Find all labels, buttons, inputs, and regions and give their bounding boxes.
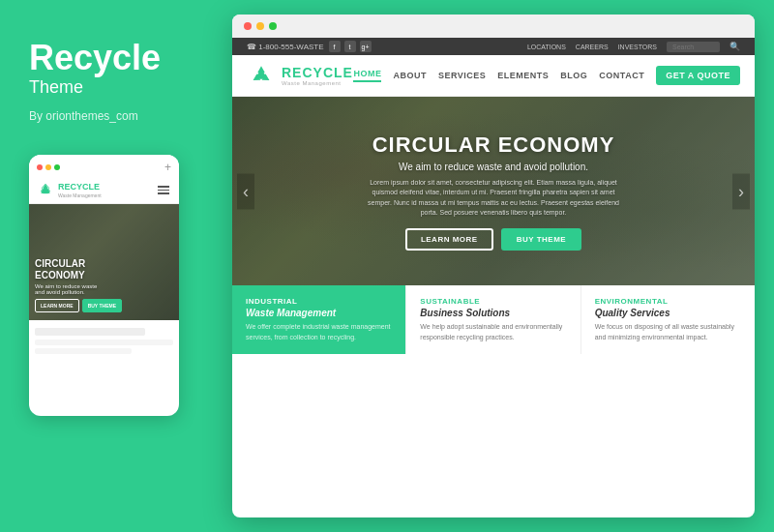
google-plus-icon[interactable]: g+ — [360, 41, 372, 52]
card-2-title: Business Solutions — [420, 308, 566, 318]
card-1-title: Waste Management — [246, 308, 392, 318]
hero-next-arrow[interactable]: › — [732, 173, 750, 209]
site-cards: INDUSTRIAL Waste Management We offer com… — [232, 285, 755, 354]
site-topbar: ☎ 1-800-555-WASTE f t g+ LOCATIONS CAREE… — [232, 38, 755, 55]
browser-dot-green — [269, 22, 277, 30]
mobile-hamburger-icon[interactable] — [156, 184, 171, 196]
card-3-title: Quality Services — [595, 308, 741, 318]
browser-chrome-bar — [232, 15, 755, 38]
hero-body-text: Lorem ipsum dolor sit amet, consectetur … — [311, 178, 676, 219]
site-nav-links: HOME ABOUT SERVICES ELEMENTS BLOG CONTAC… — [353, 66, 740, 85]
site-topbar-left: ☎ 1-800-555-WASTE f t g+ — [247, 41, 372, 52]
mobile-buy-theme-button[interactable]: BUY THEME — [82, 299, 122, 312]
hero-subtitle: We aim to reduce waste and avoid polluti… — [311, 162, 676, 172]
mobile-learn-more-button[interactable]: LEARN MORE — [35, 299, 79, 312]
mobile-hero-title: CIRCULAR ECONOMY — [35, 258, 173, 281]
mobile-logo-text: RECYCLE Waste Management — [58, 183, 102, 198]
theme-subtitle: Theme — [29, 77, 198, 98]
browser-dot-yellow — [256, 22, 264, 30]
mobile-add-tab: + — [164, 161, 171, 174]
get-quote-button[interactable]: GET A QUOTE — [656, 66, 740, 85]
card-3-body: We focus on disposing of all waste susta… — [595, 322, 741, 342]
topbar-locations[interactable]: LOCATIONS — [527, 44, 566, 50]
mobile-logo-bar: RECYCLE Waste Management — [29, 178, 179, 204]
twitter-icon[interactable]: t — [344, 41, 356, 52]
nav-link-home[interactable]: HOME — [353, 69, 381, 82]
hero-buttons: LEARN MORE BUY THEME — [311, 228, 676, 251]
nav-link-about[interactable]: ABOUT — [393, 71, 427, 80]
card-1-tag: INDUSTRIAL — [246, 297, 392, 306]
topbar-investors[interactable]: INVESTORS — [618, 44, 657, 50]
site-hero: CIRCULAR ECONOMY We aim to reduce waste … — [232, 97, 755, 285]
card-2-body: We help adopt sustainable and environmen… — [420, 322, 566, 342]
site-recycle-icon — [247, 61, 276, 90]
mobile-hero-section: CIRCULAR ECONOMY We aim to reduce waste … — [29, 204, 179, 320]
mobile-dot-yellow — [45, 164, 51, 170]
nav-link-blog[interactable]: BLOG — [560, 71, 587, 80]
mobile-top-bar: + — [29, 155, 179, 178]
theme-title: Recycle — [29, 39, 198, 77]
mobile-dot-red — [37, 164, 43, 170]
mobile-hero-subtitle: We aim to reduce waste and avoid polluti… — [35, 283, 173, 295]
left-panel: Recycle Theme By orionthemes_com + RECYC… — [0, 0, 223, 532]
buy-theme-button[interactable]: BUY THEME — [501, 228, 581, 251]
card-sustainable: SUSTAINABLE Business Solutions We help a… — [406, 285, 580, 354]
mobile-recycle-icon — [37, 182, 54, 199]
phone-number: ☎ 1-800-555-WASTE — [247, 43, 324, 51]
site-nav: RECYCLE Waste Management HOME ABOUT SERV… — [232, 55, 755, 97]
site-topbar-right: LOCATIONS CAREERS INVESTORS 🔍 — [527, 42, 740, 52]
card-2-tag: SUSTAINABLE — [420, 297, 566, 306]
mobile-preview: + RECYCLE Waste Management — [29, 155, 179, 416]
site-logo-text: RECYCLE — [282, 65, 353, 80]
card-industrial: INDUSTRIAL Waste Management We offer com… — [232, 285, 406, 354]
browser-dot-red — [244, 22, 252, 30]
social-icons: f t g+ — [329, 41, 372, 52]
site-logo: RECYCLE Waste Management — [247, 61, 353, 90]
mobile-hero-content: CIRCULAR ECONOMY We aim to reduce waste … — [35, 258, 173, 312]
hero-title: CIRCULAR ECONOMY — [311, 133, 676, 158]
site-logo-sub: Waste Management — [282, 80, 353, 86]
nav-link-elements[interactable]: ELEMENTS — [497, 71, 549, 80]
search-icon[interactable]: 🔍 — [729, 42, 740, 51]
hero-content: CIRCULAR ECONOMY We aim to reduce waste … — [311, 133, 676, 251]
browser-mockup: ☎ 1-800-555-WASTE f t g+ LOCATIONS CAREE… — [232, 15, 755, 517]
site-logo-text-container: RECYCLE Waste Management — [282, 65, 353, 86]
mobile-bottom-section — [29, 320, 179, 362]
mobile-hero-buttons: LEARN MORE BUY THEME — [35, 299, 173, 312]
card-3-tag: ENVIRONMENTAL — [595, 297, 741, 306]
mobile-dot-green — [54, 164, 60, 170]
topbar-careers[interactable]: CAREERS — [576, 44, 609, 50]
nav-link-services[interactable]: SERVICES — [438, 71, 486, 80]
learn-more-button[interactable]: LEARN MORE — [405, 228, 493, 251]
nav-link-contact[interactable]: CONTACT — [599, 71, 644, 80]
hero-prev-arrow[interactable]: ‹ — [237, 173, 254, 209]
search-input[interactable] — [667, 42, 720, 52]
theme-author: By orionthemes_com — [29, 109, 198, 123]
card-environmental: ENVIRONMENTAL Quality Services We focus … — [581, 285, 755, 354]
card-1-body: We offer complete industrial waste manag… — [246, 322, 392, 342]
facebook-icon[interactable]: f — [329, 41, 341, 52]
